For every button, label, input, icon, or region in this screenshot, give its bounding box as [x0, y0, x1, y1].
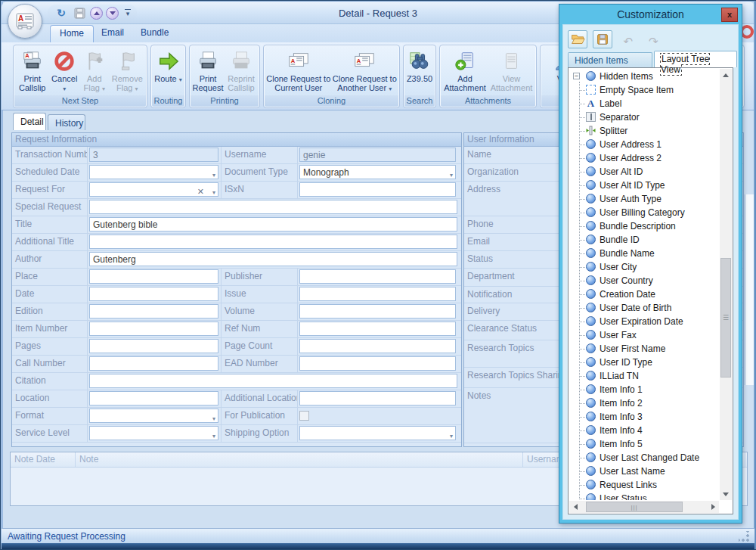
tree-item[interactable]: User Address 1: [569, 138, 719, 151]
dropdown-arrow-icon[interactable]: ▾: [212, 412, 215, 423]
scroll-left-icon[interactable]: [569, 501, 581, 513]
tree-item[interactable]: User Country: [569, 274, 719, 287]
for-publication-checkbox[interactable]: [299, 411, 309, 421]
save-icon[interactable]: [72, 6, 87, 20]
form-input[interactable]: ▾: [89, 409, 218, 423]
add-flag-button[interactable]: Add Flag ▾: [79, 47, 110, 95]
open-folder-icon[interactable]: [568, 30, 587, 48]
tree-item[interactable]: Item Info 3: [569, 410, 719, 424]
clear-icon[interactable]: ✕: [197, 185, 204, 197]
tree-item[interactable]: ALabel: [569, 97, 719, 110]
down-circle-icon[interactable]: [106, 7, 119, 20]
form-input[interactable]: ▾: [89, 165, 218, 179]
dropdown-arrow-icon[interactable]: ▾: [212, 169, 215, 179]
tree-item[interactable]: Request Links: [569, 478, 719, 492]
scroll-right-icon[interactable]: [707, 501, 719, 513]
reprint-callslip-button[interactable]: Reprint Callslip: [225, 47, 258, 95]
form-input[interactable]: [89, 304, 218, 319]
scroll-down-icon[interactable]: [720, 488, 732, 500]
refresh-icon[interactable]: ↻: [54, 6, 69, 20]
tree-item[interactable]: User Date of Birth: [569, 301, 719, 315]
print-request-button[interactable]: Print Request: [191, 47, 225, 95]
tree-item[interactable]: Item Info 1: [569, 383, 719, 396]
vertical-scroll-thumb[interactable]: ☰: [720, 258, 731, 378]
tree-item[interactable]: User First Name: [569, 342, 719, 356]
tree-item[interactable]: Bundle Name: [569, 247, 719, 260]
form-input[interactable]: ▾✕: [89, 182, 218, 197]
tree-item[interactable]: ILLiad TN: [569, 369, 719, 383]
form-input[interactable]: Gutenberg bible: [89, 217, 457, 231]
tree-item[interactable]: Bundle ID: [569, 233, 719, 247]
tree-item[interactable]: Item Info 4: [569, 424, 719, 437]
form-input[interactable]: Gutenberg: [89, 252, 457, 266]
tree-item[interactable]: Empty Space Item: [569, 83, 719, 97]
close-icon[interactable]: x: [721, 8, 738, 22]
tree-item[interactable]: User Alt ID: [569, 165, 719, 179]
form-input[interactable]: ▾: [89, 426, 218, 440]
form-input[interactable]: Monograph▾: [299, 165, 456, 179]
horizontal-scroll-thumb[interactable]: |||: [586, 502, 683, 512]
tree-item[interactable]: Creation Date: [569, 287, 719, 301]
application-menu-button[interactable]: A: [8, 4, 42, 39]
form-input[interactable]: [89, 287, 218, 301]
ribbon-tab-bundle[interactable]: Bundle: [132, 25, 178, 42]
tree-item[interactable]: User Address 2: [569, 151, 719, 165]
tree-item[interactable]: User Fax: [569, 328, 719, 342]
form-input[interactable]: [89, 391, 218, 406]
form-input[interactable]: [299, 356, 456, 371]
form-input[interactable]: [89, 374, 457, 388]
dropdown-arrow-icon[interactable]: ▾: [212, 430, 215, 440]
tree-item[interactable]: User Last Name: [569, 465, 719, 478]
form-input[interactable]: [299, 269, 456, 284]
tree-item[interactable]: User Billing Category: [569, 206, 719, 219]
vertical-scrollbar[interactable]: ☰: [720, 69, 732, 500]
tab-layout-tree-view[interactable]: Layout Tree View: [654, 51, 737, 67]
tree-item[interactable]: User Auth Type: [569, 192, 719, 206]
form-input[interactable]: [299, 391, 456, 406]
remove-flag-button[interactable]: Remove Flag ▾: [110, 47, 145, 95]
form-input[interactable]: [299, 322, 456, 336]
save-icon[interactable]: [593, 30, 612, 48]
form-input[interactable]: [299, 339, 456, 353]
form-input[interactable]: [89, 235, 457, 249]
tree-item[interactable]: Bundle Description: [569, 219, 719, 233]
undo-icon[interactable]: ↶: [618, 33, 638, 51]
tree-item[interactable]: User ID Type: [569, 356, 719, 369]
tree-item[interactable]: User Status: [569, 492, 719, 500]
dropdown-arrow-icon[interactable]: ▾: [450, 430, 453, 440]
print-callslip-button[interactable]: A Print Callslip: [15, 47, 49, 95]
tab-detail[interactable]: Detail: [13, 113, 46, 130]
z3950-search-button[interactable]: Z39.50: [405, 47, 434, 95]
cancel-button[interactable]: Cancel ▾: [49, 47, 79, 95]
redo-icon[interactable]: ↷: [643, 33, 663, 51]
form-input[interactable]: [89, 200, 457, 214]
form-input[interactable]: [299, 287, 456, 301]
dropdown-arrow-icon[interactable]: ▾: [450, 169, 453, 179]
up-circle-icon[interactable]: [90, 7, 103, 20]
form-input[interactable]: [299, 304, 456, 319]
tree-item[interactable]: Item Info 5: [569, 437, 719, 451]
form-input[interactable]: [89, 339, 218, 353]
tree-item[interactable]: User Last Changed Date: [569, 451, 719, 465]
tree-item[interactable]: Item Info 2: [569, 396, 719, 410]
form-input[interactable]: ▾: [299, 426, 456, 440]
tree-item[interactable]: User City: [569, 260, 719, 274]
notes-column-header[interactable]: Note: [76, 452, 523, 467]
route-button[interactable]: Route ▾: [153, 47, 184, 95]
tree-root-item[interactable]: −Hidden Items: [569, 70, 719, 83]
dropdown-arrow-icon[interactable]: ▾: [212, 186, 215, 197]
tree-item[interactable]: Splitter: [569, 124, 719, 138]
horizontal-scrollbar[interactable]: |||: [569, 501, 719, 513]
scroll-up-icon[interactable]: [720, 69, 732, 81]
form-input[interactable]: [89, 356, 218, 371]
qat-dropdown-icon[interactable]: ▾: [125, 9, 131, 17]
notes-column-header[interactable]: Note Date: [11, 452, 76, 467]
tab-history[interactable]: History: [48, 114, 85, 130]
clone-request-current-user-button[interactable]: A Clone Request to Current User: [265, 47, 332, 95]
tree-item[interactable]: Separator: [569, 110, 719, 124]
ribbon-tab-home[interactable]: Home: [50, 25, 94, 42]
collapse-icon[interactable]: −: [573, 73, 580, 79]
tab-hidden-items[interactable]: Hidden Items: [568, 52, 652, 67]
add-attachment-button[interactable]: Add Attachment: [442, 47, 488, 95]
form-input[interactable]: [89, 322, 218, 336]
